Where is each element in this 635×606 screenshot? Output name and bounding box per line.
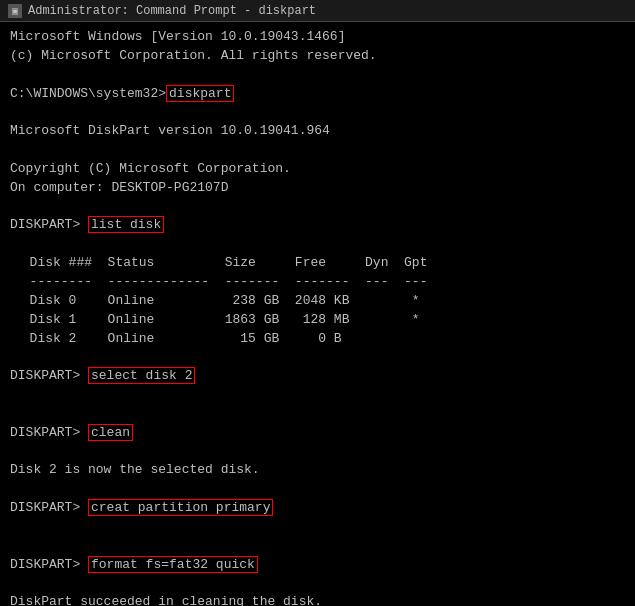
win-version-line: Microsoft Windows [Version 10.0.19043.14… [10, 28, 625, 47]
blank1 [10, 66, 625, 85]
blank6 [10, 348, 625, 367]
cmd-creat: creat partition primary [88, 499, 273, 516]
diskpart-version-line: Microsoft DiskPart version 10.0.19041.96… [10, 122, 625, 141]
blank3 [10, 141, 625, 160]
blank11 [10, 518, 625, 537]
computer-line: On computer: DESKTOP-PG2107D [10, 179, 625, 198]
blank5 [10, 235, 625, 254]
copyright-line: (c) Microsoft Corporation. All rights re… [10, 47, 625, 66]
corp-line: Copyright (C) Microsoft Corporation. [10, 160, 625, 179]
cmd-format: format fs=fat32 quick [88, 556, 258, 573]
blank8 [10, 405, 625, 424]
prompt-diskpart-line: C:\WINDOWS\system32>diskpart [10, 85, 625, 104]
prompt-clean-line: DISKPART> clean [10, 424, 625, 443]
title-bar: ▣ Administrator: Command Prompt - diskpa… [0, 0, 635, 22]
title-bar-icon: ▣ [8, 4, 22, 18]
cmd-listdisk: list disk [88, 216, 164, 233]
cmd-clean: clean [88, 424, 133, 441]
table-header2: -------- ------------- ------- ------- -… [14, 273, 625, 292]
blank2 [10, 103, 625, 122]
cmd-diskpart: diskpart [166, 85, 234, 102]
cmd-selectdisk: select disk 2 [88, 367, 195, 384]
prompt-listdisk-line: DISKPART> list disk [10, 216, 625, 235]
blank13 [10, 574, 625, 593]
blank7 [10, 386, 625, 405]
prompt-creat-line: DISKPART> creat partition primary [10, 499, 625, 518]
table-row-1: Disk 1 Online 1863 GB 128 MB * [14, 311, 625, 330]
prompt-format-line: DISKPART> format fs=fat32 quick [10, 556, 625, 575]
prompt-selectdisk-line: DISKPART> select disk 2 [10, 367, 625, 386]
disk-table: Disk ### Status Size Free Dyn Gpt ------… [14, 254, 625, 348]
table-row-0: Disk 0 Online 238 GB 2048 KB * [14, 292, 625, 311]
blank12 [10, 537, 625, 556]
terminal: Microsoft Windows [Version 10.0.19043.14… [0, 22, 635, 606]
table-header1: Disk ### Status Size Free Dyn Gpt [14, 254, 625, 273]
format-progress-line: DiskPart succeeded in cleaning the disk. [10, 593, 625, 606]
blank4 [10, 198, 625, 217]
blank9 [10, 443, 625, 462]
title-bar-title: Administrator: Command Prompt - diskpart [28, 4, 316, 18]
table-row-2: Disk 2 Online 15 GB 0 B [14, 330, 625, 349]
clean-result-line: Disk 2 is now the selected disk. [10, 461, 625, 480]
blank10 [10, 480, 625, 499]
